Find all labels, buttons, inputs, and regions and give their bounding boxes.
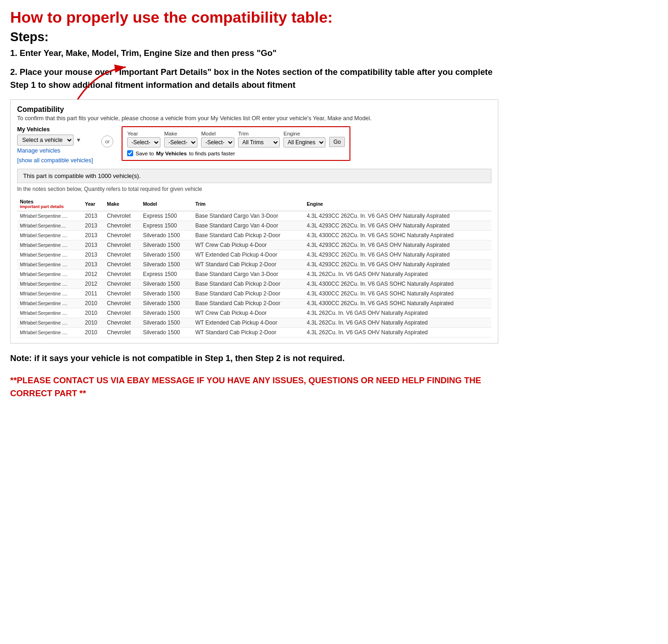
manage-vehicles-link[interactable]: Manage vehicles — [17, 147, 93, 154]
trim-cell: Base Standard Cab Pickup 2-Door — [192, 289, 304, 299]
step1-text: 1. Enter Year, Make, Model, Trim, Engine… — [10, 47, 498, 59]
important-part-label: Important part details — [20, 204, 80, 209]
make-field: Make -Select- — [164, 131, 197, 147]
model-cell: Silverado 1500 — [140, 279, 192, 289]
notes-column-header: Notes Important part details — [17, 197, 82, 211]
year-field: Year -Select- — [127, 131, 160, 147]
year-label: Year — [127, 131, 160, 136]
notes-cell: Mfrlabel:Serpentine .... — [17, 250, 82, 260]
trim-cell: Base Standard Cargo Van 3-Door — [192, 270, 304, 279]
year-cell: 2010 — [82, 299, 104, 308]
engine-cell: 4.3L 4300CC 262Cu. In. V6 GAS SOHC Natur… — [304, 299, 491, 308]
save-my-vehicles: My Vehicles — [156, 150, 187, 156]
year-cell: 2010 — [82, 328, 104, 337]
trim-column-header: Trim — [192, 197, 304, 211]
model-select[interactable]: -Select- — [201, 137, 234, 147]
trim-cell: WT Standard Cab Pickup 2-Door — [192, 328, 304, 337]
compat-title: Compatibility — [17, 105, 491, 114]
table-row: Mfrlabel:Serpentine .... 2011 Chevrolet … — [17, 289, 491, 299]
engine-label: Engine — [283, 131, 325, 136]
table-row: Mfrlabel:Serpentine .... 2013 Chevrolet … — [17, 260, 491, 270]
save-row: Save to My Vehicles to finds parts faste… — [127, 150, 345, 156]
model-cell: Silverado 1500 — [140, 240, 192, 250]
go-button[interactable]: Go — [329, 137, 345, 147]
table-row: Mfrlabel:Serpentine .... 2013 Chevrolet … — [17, 231, 491, 240]
notes-cell: Mfrlabel:Serpentine .... — [17, 289, 82, 299]
engine-cell: 4.3L 4293CC 262Cu. In. V6 GAS OHV Natura… — [304, 240, 491, 250]
trim-cell: WT Crew Cab Pickup 4-Door — [192, 308, 304, 318]
model-cell: Silverado 1500 — [140, 328, 192, 337]
make-cell: Chevrolet — [104, 318, 140, 328]
make-cell: Chevrolet — [104, 289, 140, 299]
table-row: Mfrlabel:Serpentine.... 2013 Chevrolet E… — [17, 221, 491, 231]
model-field: Model -Select- — [201, 131, 234, 147]
my-vehicles-section: My Vehicles Select a vehicle ▼ Manage ve… — [17, 126, 491, 164]
save-label: Save to — [135, 150, 154, 156]
table-row: Mfrlabel:Serpentine .... 2012 Chevrolet … — [17, 279, 491, 289]
year-cell: 2010 — [82, 308, 104, 318]
compat-notice: This part is compatible with 1000 vehicl… — [17, 169, 491, 183]
engine-cell: 4.3L 4300CC 262Cu. In. V6 GAS SOHC Natur… — [304, 289, 491, 299]
make-select[interactable]: -Select- — [164, 137, 197, 147]
engine-cell: 4.3L 262Cu. In. V6 GAS OHV Naturally Asp… — [304, 308, 491, 318]
engine-column-header: Engine — [304, 197, 491, 211]
year-select[interactable]: -Select- — [127, 137, 160, 147]
model-cell: Express 1500 — [140, 211, 192, 221]
table-row: Mfrlabel:Serpentine .... 2010 Chevrolet … — [17, 318, 491, 328]
ymm-row: Year -Select- Make -Select- Mo — [127, 131, 345, 147]
table-row: Mfrlabel:Serpentine .... 2013 Chevrolet … — [17, 211, 491, 221]
save-checkbox[interactable] — [127, 150, 133, 156]
my-vehicles-panel: My Vehicles Select a vehicle ▼ Manage ve… — [17, 126, 93, 164]
make-label: Make — [164, 131, 197, 136]
model-cell: Silverado 1500 — [140, 318, 192, 328]
year-cell: 2012 — [82, 270, 104, 279]
steps-heading: Steps: — [10, 30, 498, 44]
trim-cell: Base Standard Cab Pickup 2-Door — [192, 279, 304, 289]
quant-note: In the notes section below, Quantity ref… — [17, 186, 491, 192]
trim-cell: Base Standard Cargo Van 4-Door — [192, 221, 304, 231]
engine-select[interactable]: All Engines — [283, 137, 325, 147]
show-all-compat-link[interactable]: [show all compatible vehicles] — [17, 157, 93, 164]
contact-text: **PLEASE CONTACT US VIA EBAY MESSAGE IF … — [10, 374, 498, 399]
engine-cell: 4.3L 4300CC 262Cu. In. V6 GAS SOHC Natur… — [304, 279, 491, 289]
table-row: Mfrlabel:Serpentine .... 2012 Chevrolet … — [17, 270, 491, 279]
model-label: Model — [201, 131, 234, 136]
make-cell: Chevrolet — [104, 299, 140, 308]
year-cell: 2012 — [82, 279, 104, 289]
trim-cell: WT Standard Cab Pickup 2-Door — [192, 260, 304, 270]
trim-cell: Base Standard Cargo Van 3-Door — [192, 211, 304, 221]
notes-cell: Mfrlabel:Serpentine .... — [17, 318, 82, 328]
main-title: How to properly use the compatibility ta… — [10, 8, 498, 27]
model-cell: Silverado 1500 — [140, 250, 192, 260]
engine-cell: 4.3L 4300CC 262Cu. In. V6 GAS SOHC Natur… — [304, 231, 491, 240]
select-vehicle-dropdown[interactable]: Select a vehicle — [17, 135, 74, 146]
compat-table: Notes Important part details Year Make M… — [17, 197, 491, 337]
year-cell: 2011 — [82, 289, 104, 299]
year-cell: 2013 — [82, 221, 104, 231]
annotation-container: Compatibility To confirm that this part … — [10, 99, 498, 343]
make-cell: Chevrolet — [104, 260, 140, 270]
my-vehicles-select-row: Select a vehicle ▼ — [17, 135, 93, 146]
make-cell: Chevrolet — [104, 270, 140, 279]
compat-subtitle: To confirm that this part fits your vehi… — [17, 115, 491, 122]
make-cell: Chevrolet — [104, 250, 140, 260]
year-cell: 2013 — [82, 231, 104, 240]
year-column-header: Year — [82, 197, 104, 211]
make-cell: Chevrolet — [104, 240, 140, 250]
make-cell: Chevrolet — [104, 328, 140, 337]
notes-cell: Mfrlabel:Serpentine .... — [17, 308, 82, 318]
notes-cell: Mfrlabel:Serpentine .... — [17, 211, 82, 221]
year-cell: 2013 — [82, 260, 104, 270]
make-cell: Chevrolet — [104, 308, 140, 318]
trim-label: Trim — [238, 131, 280, 136]
model-cell: Express 1500 — [140, 270, 192, 279]
model-cell: Silverado 1500 — [140, 308, 192, 318]
compatibility-box: Compatibility To confirm that this part … — [10, 99, 498, 343]
model-cell: Silverado 1500 — [140, 299, 192, 308]
table-row: Mfrlabel:Serpentine .... 2013 Chevrolet … — [17, 240, 491, 250]
table-row: Mfrlabel:Serpentine .... 2013 Chevrolet … — [17, 250, 491, 260]
trim-select[interactable]: All Trims — [238, 137, 280, 147]
engine-field: Engine All Engines — [283, 131, 325, 147]
make-cell: Chevrolet — [104, 211, 140, 221]
table-row: Mfrlabel:Serpentine .... 2010 Chevrolet … — [17, 299, 491, 308]
